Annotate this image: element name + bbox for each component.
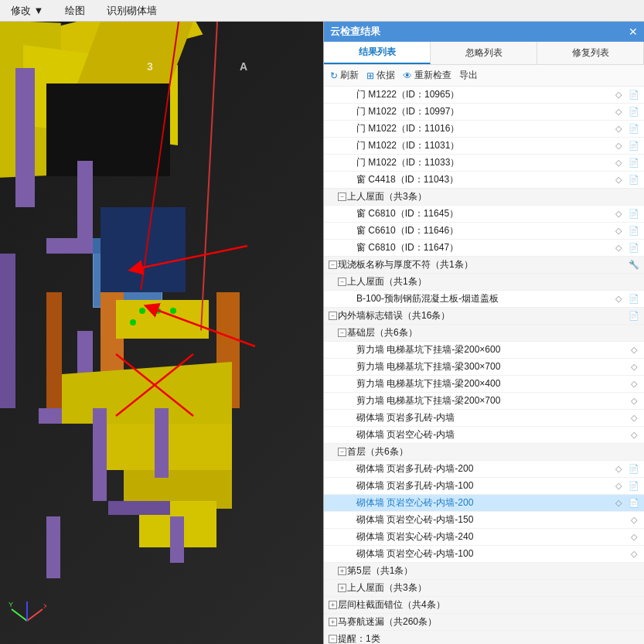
locate-icon[interactable]: ◇ xyxy=(612,105,625,119)
tree-item[interactable]: 砌体墙 页岩空心砖-内墙◇ xyxy=(324,427,644,444)
locate-icon[interactable]: ◇ xyxy=(627,394,641,408)
locate-icon[interactable]: ◇ xyxy=(612,496,625,510)
tree-item[interactable]: 窗 C6810（ID：11647）◇📄 xyxy=(324,240,644,257)
tree-item[interactable]: B-100-预制钢筋混凝土板-烟道盖板◇📄 xyxy=(324,291,644,308)
expand-icon[interactable]: － xyxy=(336,192,347,203)
info-icon[interactable]: 📄 xyxy=(627,309,641,323)
menu-modify[interactable]: 修改 ▼ xyxy=(6,2,48,19)
info-icon[interactable]: 📄 xyxy=(627,88,641,102)
info-icon[interactable]: 📄 xyxy=(627,224,641,238)
tool-icon[interactable]: 🔧 xyxy=(627,258,641,272)
tree-item[interactable]: ＋层间柱截面错位（共4条） xyxy=(324,597,644,614)
info-icon[interactable]: 📄 xyxy=(627,496,641,510)
locate-icon[interactable]: ◇ xyxy=(612,207,625,221)
info-icon[interactable]: 📄 xyxy=(627,207,641,221)
tab-repair[interactable]: 修复列表 xyxy=(537,42,644,64)
tree-item[interactable]: ＋第5层（共1条） xyxy=(324,563,644,580)
expand-icon[interactable]: ＋ xyxy=(336,583,347,594)
export-button[interactable]: 导出 xyxy=(459,69,478,82)
locate-icon[interactable]: ◇ xyxy=(627,377,641,391)
expand-icon[interactable]: － xyxy=(336,277,347,288)
info-icon[interactable]: 📄 xyxy=(627,156,641,170)
tree-item[interactable]: 砌体墙 页岩空心砖-内墙-150◇ xyxy=(324,512,644,529)
tree-item[interactable]: 剪力墙 电梯基坑下挂墙-梁300×700◇ xyxy=(324,359,644,376)
tree-item[interactable]: 剪力墙 电梯基坑下挂墙-梁200×700◇ xyxy=(324,393,644,410)
locate-icon[interactable]: ◇ xyxy=(627,343,641,357)
info-icon[interactable]: 📄 xyxy=(627,173,641,187)
menu-bar: 修改 ▼ 绘图 识别砌体墙 xyxy=(0,0,644,22)
tree-item[interactable]: 砌体墙 页岩空心砖-内墙-100◇ xyxy=(324,546,644,563)
tab-ignore[interactable]: 忽略列表 xyxy=(431,42,537,64)
recheck-button[interactable]: 👁 重新检查 xyxy=(403,69,451,82)
menu-draw[interactable]: 绘图 xyxy=(60,2,90,19)
tree-item[interactable]: ＋马赛航迷漏（共260条） xyxy=(324,614,644,631)
tree-item[interactable]: 砌体墙 页岩空心砖-内墙-200◇📄 xyxy=(324,495,644,512)
item-actions: 📄 xyxy=(627,309,644,323)
tree-item[interactable]: ＋上人屋面（共3条） xyxy=(324,580,644,597)
tree-item[interactable]: 剪力墙 电梯基坑下挂墙-梁200×400◇ xyxy=(324,376,644,393)
locate-icon[interactable]: ◇ xyxy=(612,224,625,238)
info-icon[interactable]: 📄 xyxy=(627,122,641,136)
locate-icon[interactable]: ◇ xyxy=(612,462,625,476)
locate-icon[interactable]: ◇ xyxy=(612,173,625,187)
locate-icon[interactable]: ◇ xyxy=(612,479,625,493)
locate-icon[interactable]: ◇ xyxy=(627,513,641,527)
tree-item[interactable]: 门 M1022（ID：10997）◇📄 xyxy=(324,104,644,121)
item-text: 现浇板名称与厚度不符（共1条） xyxy=(338,258,627,271)
tree-item[interactable]: －内外墙标志错误（共16条）📄 xyxy=(324,308,644,325)
tree-item[interactable]: 门 M1022（ID：11031）◇📄 xyxy=(324,138,644,155)
tree-item[interactable]: 砌体墙 页岩多孔砖-内墙-200◇📄 xyxy=(324,461,644,478)
tree-item[interactable]: －现浇板名称与厚度不符（共1条）🔧 xyxy=(324,257,644,274)
locate-icon[interactable]: ◇ xyxy=(627,411,641,425)
expand-icon[interactable]: － xyxy=(327,311,338,322)
tree-item[interactable]: －上人屋面（共3条） xyxy=(324,189,644,206)
locate-icon[interactable]: ◇ xyxy=(627,428,641,442)
expand-icon[interactable]: ＋ xyxy=(327,600,338,611)
expand-icon[interactable]: ＋ xyxy=(327,617,338,628)
expand-icon[interactable]: － xyxy=(336,328,347,339)
locate-icon[interactable]: ◇ xyxy=(612,156,625,170)
expand-icon[interactable]: ＋ xyxy=(336,566,347,577)
locate-icon[interactable]: ◇ xyxy=(612,88,625,102)
panel-titlebar: 云检查结果 ✕ xyxy=(324,22,644,42)
tree-item[interactable]: －基础层（共6条） xyxy=(324,325,644,342)
dependency-button[interactable]: ⊞ 依据 xyxy=(366,69,395,82)
info-icon[interactable]: 📄 xyxy=(627,292,641,306)
expand-icon[interactable]: － xyxy=(327,260,338,271)
tree-item[interactable]: －提醒：1类 xyxy=(324,631,644,644)
viewport[interactable]: X Y 3 A xyxy=(0,22,323,644)
tree-item[interactable]: －首层（共6条） xyxy=(324,444,644,461)
locate-icon[interactable]: ◇ xyxy=(612,292,625,306)
info-icon[interactable]: 📄 xyxy=(627,139,641,153)
tree-item[interactable]: 砌体墙 页岩多孔砖-内墙-100◇📄 xyxy=(324,478,644,495)
tree-item[interactable]: 门 M1022（ID：11033）◇📄 xyxy=(324,155,644,172)
panel-close-button[interactable]: ✕ xyxy=(629,26,638,38)
item-actions: ◇ xyxy=(627,360,644,374)
tree-item[interactable]: －上人屋面（共1条） xyxy=(324,274,644,291)
locate-icon[interactable]: ◇ xyxy=(612,122,625,136)
tree-item[interactable]: 窗 C6810（ID：11645）◇📄 xyxy=(324,206,644,223)
tree-item[interactable]: 门 M1222（ID：10965）◇📄 xyxy=(324,87,644,104)
locate-icon[interactable]: ◇ xyxy=(627,547,641,561)
tree-item[interactable]: 窗 C6610（ID：11646）◇📄 xyxy=(324,223,644,240)
refresh-button[interactable]: ↻ 刷新 xyxy=(330,69,359,82)
expand-icon[interactable]: － xyxy=(327,634,338,645)
locate-icon[interactable]: ◇ xyxy=(627,530,641,544)
expand-icon[interactable]: － xyxy=(336,447,347,458)
tree-item[interactable]: 剪力墙 电梯基坑下挂墙-梁200×600◇ xyxy=(324,342,644,359)
info-icon[interactable]: 📄 xyxy=(627,241,641,255)
menu-identify[interactable]: 识别砌体墙 xyxy=(102,2,162,19)
locate-icon[interactable]: ◇ xyxy=(612,241,625,255)
tree-item[interactable]: 窗 C4418（ID：11043）◇📄 xyxy=(324,172,644,189)
tree-item[interactable]: 门 M1022（ID：11016）◇📄 xyxy=(324,121,644,138)
info-icon[interactable]: 📄 xyxy=(627,479,641,493)
tree-container[interactable]: 门 M1222（ID：10965）◇📄门 M1022（ID：10997）◇📄门 … xyxy=(324,87,644,644)
expand-icon xyxy=(346,515,356,526)
tree-item[interactable]: 砌体墙 页岩实心砖-内墙-240◇ xyxy=(324,529,644,546)
tab-results[interactable]: 结果列表 xyxy=(324,42,431,64)
tree-item[interactable]: 砌体墙 页岩多孔砖-内墙◇ xyxy=(324,410,644,427)
info-icon[interactable]: 📄 xyxy=(627,462,641,476)
locate-icon[interactable]: ◇ xyxy=(612,139,625,153)
info-icon[interactable]: 📄 xyxy=(627,105,641,119)
locate-icon[interactable]: ◇ xyxy=(627,360,641,374)
